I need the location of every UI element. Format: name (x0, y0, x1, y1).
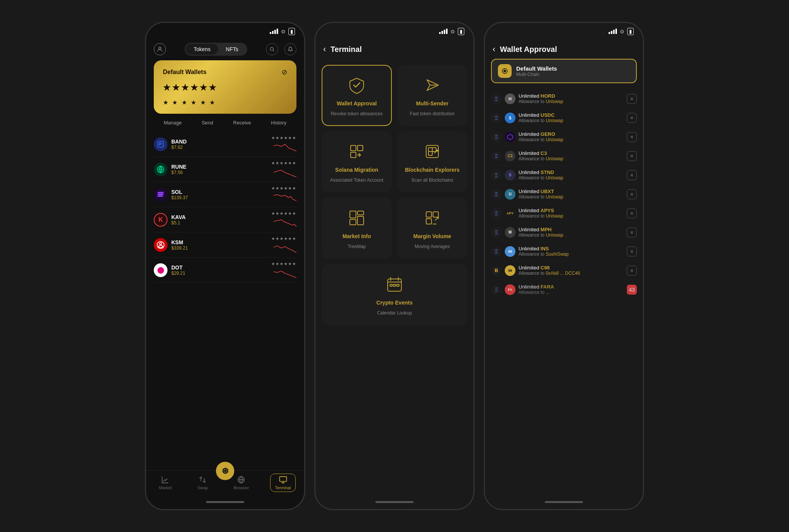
approval-item-gero[interactable]: Ξ Unlimited GERO Allowance to Uniswap × (491, 127, 637, 147)
approval-item-mph[interactable]: Ξ M Unlimited MPH Allowance to Uniswap × (491, 223, 637, 242)
approval-item-usdc[interactable]: Ξ $ Unlimited USDC Allowance to Uniswap … (491, 108, 637, 127)
market-subtitle: TreeMap (348, 244, 366, 249)
approval-info-hord: Unlimited HORD Allowance to Uniswap (518, 93, 624, 104)
terminal-card-multi-sender[interactable]: Multi-Sender Fast token distribution (397, 65, 467, 126)
action-send[interactable]: Send (201, 120, 213, 126)
signal3-1 (609, 32, 610, 34)
home-indicator-2 (375, 501, 414, 503)
token-stars-rune: ★★★★★★ (271, 161, 296, 166)
svg-rect-13 (428, 152, 432, 155)
action-manage[interactable]: Manage (164, 120, 182, 126)
multi-sender-icon (423, 76, 441, 96)
token-nft-tabs[interactable]: Tokens NFTs (185, 43, 247, 56)
status-bar-1: ⊙ ▮ (146, 23, 304, 40)
revoke-btn-hord[interactable]: × (627, 94, 637, 104)
approval-amount-stnd: Unlimited STND (518, 169, 624, 175)
token-item-band[interactable]: BAND $7.62 ★★★★★★ (154, 132, 296, 157)
token-item-sol[interactable]: SOL $139.37 ★★★★★★ (154, 182, 296, 207)
phone-wallet: ⊙ ▮ Tokens NFTs (145, 22, 305, 510)
token-right-band: ★★★★★★ (271, 135, 296, 153)
approval-amount-ubxt: Unlimited UBXT (518, 189, 624, 194)
action-receive[interactable]: Receive (233, 120, 251, 126)
phone-wallet-approval: ⊙ ▮ ‹ Wallet Approval Default Wallets Mu… (484, 22, 644, 510)
mini-chart-dot (274, 268, 296, 279)
back-button[interactable]: ‹ (323, 44, 326, 54)
token-stars-band: ★★★★★★ (271, 135, 296, 140)
approval-info-c3: Unlimited C3 Allowance to Uniswap (518, 150, 624, 161)
approval-to-ins: Allowance to SushiSwap (518, 251, 624, 257)
svg-rect-24 (397, 284, 399, 286)
revoke-btn-mph[interactable]: × (627, 227, 637, 237)
revoke-btn-fara[interactable]: 43 (627, 285, 637, 295)
terminal-card-margin[interactable]: Margin Volume Moving Averages (397, 198, 467, 259)
tab-tokens[interactable]: Tokens (186, 44, 218, 55)
token-price-sol: $139.37 (171, 195, 271, 200)
token-right-rune: ★★★★★★ (271, 161, 296, 178)
token-item-kava[interactable]: K KAVA $5.1 ★★★★★★ (154, 207, 296, 232)
crypto-events-subtitle: Calendar Lookup (377, 310, 412, 316)
svg-rect-18 (426, 212, 432, 217)
home-indicator-3 (545, 501, 583, 503)
approval-to-c3: Allowance to Uniswap (518, 156, 624, 161)
crypto-events-title: Crypto Events (377, 300, 413, 306)
svg-rect-19 (433, 212, 438, 217)
nav-browser[interactable]: Browser (229, 474, 253, 492)
wallet-selector[interactable]: Default Wallets Multi-Chain (491, 59, 637, 83)
approval-item-stnd[interactable]: Ξ S Unlimited STND Allowance to Uniswap … (491, 166, 637, 185)
approval-amount-mph: Unlimited MPH (518, 227, 624, 232)
search-icon[interactable] (266, 43, 278, 55)
token-info-ksm: KSM $339.21 (171, 239, 271, 251)
wallet-actions: Manage Send Receive History (146, 120, 304, 132)
solana-icon (348, 142, 366, 162)
wallet-card[interactable]: Default Wallets ⊘ ★★★★★★ ★ ★ ★ ★ ★ ★ (154, 60, 296, 114)
back-button-3[interactable]: ‹ (493, 44, 495, 54)
terminal-card-crypto-events[interactable]: Crypto Events Calendar Lookup (322, 264, 467, 325)
revoke-btn-gero[interactable]: × (627, 132, 637, 142)
token-name-kava: KAVA (171, 214, 271, 220)
mini-chart-sol (274, 192, 296, 203)
approval-item-fara[interactable]: Ξ FA Unlimited FARA Allowance to ... 43 (491, 280, 637, 299)
approval-item-c98[interactable]: B 98 Unlimited C98 Allowance to 0xAb8 ..… (491, 261, 637, 280)
revoke-btn-ubxt[interactable]: × (627, 189, 637, 199)
approval-to-gero: Allowance to Uniswap (518, 137, 624, 142)
token-item-ksm[interactable]: KSM $339.21 ★★★★★★ (154, 232, 296, 258)
tab-nfts[interactable]: NFTs (218, 44, 246, 55)
nav-terminal[interactable]: Terminal (270, 474, 296, 492)
revoke-btn-stnd[interactable]: × (627, 170, 637, 180)
market-title: Market Info (343, 233, 371, 239)
svg-point-0 (159, 47, 161, 49)
coin-badge[interactable]: ⊛ (216, 462, 234, 480)
token-icon-c3: C3 (505, 151, 515, 161)
approval-info-ubxt: Unlimited UBXT Allowance to Uniswap (518, 189, 624, 200)
token-icon-usdc: $ (505, 113, 515, 123)
token-item-rune[interactable]: RUNE $7.56 ★★★★★★ (154, 157, 296, 182)
token-price-band: $7.62 (171, 145, 271, 150)
revoke-btn-usdc[interactable]: × (627, 113, 637, 123)
wallet-approval-icon (348, 76, 366, 96)
nav-swap[interactable]: Swap (193, 474, 213, 492)
token-right-sol: ★★★★★★ (271, 186, 296, 203)
terminal-card-blockchain[interactable]: Blockchain Explorers Scan all Blockchain… (397, 131, 467, 192)
revoke-btn-c3[interactable]: × (627, 151, 637, 161)
wallet-eye-icon[interactable]: ⊘ (282, 68, 287, 76)
action-history[interactable]: History (271, 120, 286, 126)
signal-3 (274, 30, 276, 34)
terminal-card-wallet-approval[interactable]: Wallet Approval Revoke token allowances (322, 65, 392, 126)
approval-item-apys[interactable]: Ξ APY Unlimited APYS Allowance to Uniswa… (491, 204, 637, 223)
approval-to-mph: Allowance to Uniswap (518, 232, 624, 238)
approval-item-hord[interactable]: Ξ H Unlimited HORD Allowance to Uniswap … (491, 89, 637, 108)
revoke-btn-apys[interactable]: × (627, 208, 637, 218)
revoke-btn-ins[interactable]: × (627, 247, 637, 256)
approval-item-ubxt[interactable]: Ξ U Unlimited UBXT Allowance to Uniswap … (491, 185, 637, 204)
approval-item-c3[interactable]: Ξ C3 Unlimited C3 Allowance to Uniswap × (491, 147, 637, 166)
token-info-kava: KAVA $5.1 (171, 214, 271, 226)
terminal-card-market[interactable]: Market Info TreeMap (322, 198, 392, 259)
user-icon[interactable] (154, 43, 166, 55)
revoke-btn-c98[interactable]: × (627, 266, 637, 276)
terminal-card-solana[interactable]: Solana Migration Associated Token Accoun… (322, 131, 392, 192)
signal2-2 (441, 31, 443, 34)
notification-icon[interactable] (284, 43, 296, 55)
nav-market[interactable]: Market (155, 474, 177, 492)
approval-item-ins[interactable]: Ξ 98 Unlimited INS Allowance to SushiSwa… (491, 242, 637, 261)
token-item-dot[interactable]: ⬤ DOT $29.21 ★★★★★★ (154, 258, 296, 283)
